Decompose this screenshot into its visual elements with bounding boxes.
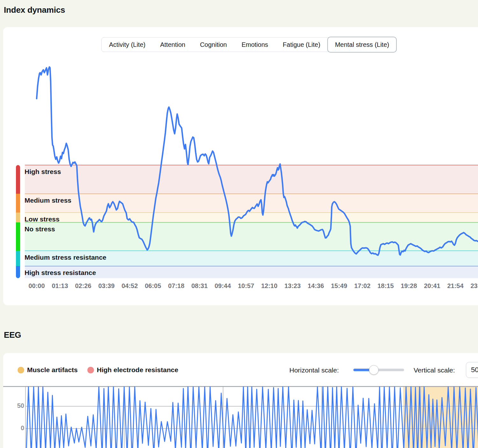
x-tick-01:13: 01:13 (52, 282, 68, 290)
zone-band-0 (25, 165, 478, 194)
color-bar-segment-4 (16, 251, 20, 266)
horizontal-scale-slider[interactable] (353, 369, 404, 371)
vertical-scale-input[interactable] (466, 362, 478, 378)
x-tick-18:15: 18:15 (377, 282, 394, 290)
high-electrode-resistance-dot-icon (87, 367, 94, 373)
zone-label-1: Medium stress (25, 197, 71, 204)
slider-thumb[interactable] (369, 365, 379, 375)
x-tick-21:54: 21:54 (447, 282, 463, 290)
horizontal-scale-label: Horizontal scale: (289, 366, 339, 374)
zone-label-3: No stress (25, 225, 55, 233)
color-bar-segment-0 (16, 165, 20, 194)
x-tick-12:10: 12:10 (261, 282, 277, 290)
stress-scale-color-bar (16, 165, 20, 278)
tab-fatigue-lite[interactable]: Fatigue (Lite) (275, 38, 328, 52)
color-bar-segment-3 (16, 222, 20, 251)
legend-item-high-electrode-resistance: High electrode resistance (87, 366, 178, 374)
eeg-y-tick-50: 50 (8, 402, 24, 409)
color-bar-segment-1 (16, 194, 20, 213)
x-tick-04:52: 04:52 (121, 282, 138, 290)
zone-band-2 (25, 213, 478, 222)
index-tab-group: Activity (Lite) Attention Cognition Emot… (101, 37, 397, 52)
x-tick-15:49: 15:49 (331, 282, 347, 290)
tab-activity-lite[interactable]: Activity (Lite) (102, 38, 153, 52)
eeg-y-tick-0: 0 (8, 424, 24, 432)
zone-label-2: Low stress (25, 215, 60, 223)
x-tick-19:28: 19:28 (401, 282, 417, 290)
legend-label: Muscle artifacts (27, 366, 78, 374)
color-bar-segment-2 (16, 213, 20, 222)
x-tick-03:39: 03:39 (98, 282, 114, 290)
tab-cognition[interactable]: Cognition (192, 38, 234, 52)
x-tick-14:36: 14:36 (308, 282, 324, 290)
muscle-artifacts-dot-icon (18, 367, 24, 373)
eeg-legend: Muscle artifacts High electrode resistan… (18, 366, 178, 374)
zone-label-0: High stress (25, 168, 61, 176)
x-tick-10:57: 10:57 (238, 282, 254, 290)
page: Index dynamics Activity (Lite) Attention… (0, 0, 478, 448)
x-tick-20:41: 20:41 (424, 282, 440, 290)
x-tick-00:00: 00:00 (28, 282, 45, 290)
tab-attention[interactable]: Attention (153, 38, 192, 52)
x-tick-13:23: 13:23 (284, 282, 301, 290)
x-tick-17:02: 17:02 (354, 282, 370, 290)
x-tick-07:18: 07:18 (168, 282, 184, 290)
tab-emotions[interactable]: Emotions (234, 38, 275, 52)
x-tick-06:05: 06:05 (145, 282, 161, 290)
mental-stress-line-chart (0, 27, 478, 305)
x-tick-08:31: 08:31 (191, 282, 207, 290)
legend-item-muscle-artifacts: Muscle artifacts (18, 366, 78, 374)
tab-mental-stress-lite[interactable]: Mental stress (Lite) (327, 37, 397, 53)
x-tick-09:44: 09:44 (214, 282, 231, 290)
x-tick-02:26: 02:26 (75, 282, 91, 290)
color-bar-segment-5 (16, 266, 20, 278)
zone-label-5: High stress resistance (25, 269, 96, 277)
legend-label: High electrode resistance (97, 366, 178, 374)
eeg-section-title: EEG (4, 330, 21, 340)
x-tick-23:07: 23:07 (470, 282, 478, 290)
page-title: Index dynamics (4, 5, 65, 15)
zone-label-4: Medium stress resistance (25, 254, 106, 261)
vertical-scale-label: Vertical scale: (414, 366, 455, 374)
